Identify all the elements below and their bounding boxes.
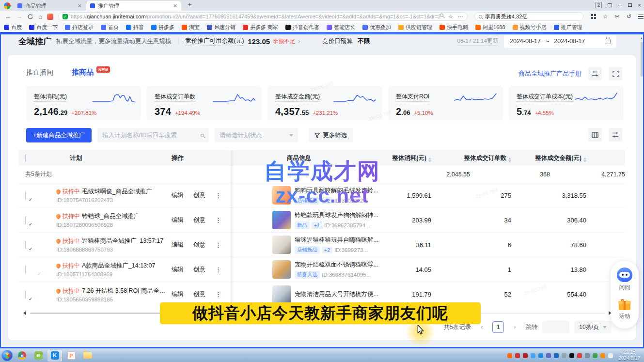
- product-name[interactable]: 猫咪逗猫棒猫玩具自嗨猫咪解...: [295, 236, 378, 243]
- bookmark-item[interactable]: 风速分销: [207, 24, 236, 31]
- tab-promotion-management[interactable]: 推广管理 ✕: [86, 1, 181, 11]
- bookmark-item[interactable]: 抖店登录: [65, 24, 94, 31]
- custom-metrics-button[interactable]: [609, 128, 622, 142]
- tab-push-product[interactable]: 推商品: [72, 68, 94, 77]
- product-tag-more[interactable]: +2: [322, 247, 332, 253]
- edit-button[interactable]: 编辑: [172, 216, 184, 224]
- date-range-picker[interactable]: 2024-08-17 ~ 2024-08-17: [504, 35, 616, 48]
- more-menu-icon[interactable]: ⋮: [215, 291, 221, 298]
- more-menu-icon[interactable]: ⋮: [215, 217, 221, 224]
- product-name[interactable]: 狗狗玩具耐咬解闷毛绒发声铃...: [295, 187, 378, 194]
- metric-settings-button[interactable]: [588, 67, 602, 80]
- zoom-icon[interactable]: [440, 14, 443, 17]
- tray-icon[interactable]: [507, 353, 512, 358]
- assistant-robot-icon[interactable]: [617, 268, 632, 282]
- row-checkbox[interactable]: [25, 266, 26, 274]
- screenshot-scissors-icon[interactable]: ✂: [615, 13, 620, 20]
- bookmark-item[interactable]: 百度一下: [29, 24, 58, 31]
- create-campaign-button[interactable]: +新建商品全域推广: [26, 128, 92, 142]
- extension-icon[interactable]: [47, 14, 53, 20]
- back-button[interactable]: ←: [5, 13, 11, 20]
- product-name[interactable]: 铃铛款玩具球发声狗狗解闷神...: [295, 212, 378, 219]
- product-tag-more[interactable]: +2: [322, 197, 332, 204]
- product-name[interactable]: 宠物清洁用品大号开结梳方便...: [295, 291, 378, 298]
- taskbar-office-icon[interactable]: P: [64, 350, 79, 362]
- bookmark-item[interactable]: 百度: [4, 24, 22, 31]
- next-page-button[interactable]: ›: [509, 321, 520, 333]
- product-tag-more[interactable]: +1: [312, 222, 322, 229]
- product-manual-link[interactable]: 商品全域推广产品手册: [518, 69, 581, 78]
- plan-name[interactable]: 逗猫棒商品全域推广_13:57:17: [82, 237, 163, 245]
- creative-button[interactable]: 创意: [193, 216, 205, 224]
- activity-label[interactable]: 活动: [619, 313, 630, 320]
- address-bar[interactable]: ✓ https://qianchuan.jinritemai.com/promo…: [58, 12, 468, 21]
- creative-button[interactable]: 创意: [193, 290, 205, 299]
- col-orders[interactable]: 整体成交订单数: [431, 154, 511, 162]
- bookmark-item[interactable]: 抖音创作者: [285, 24, 319, 31]
- tray-icon[interactable]: [585, 353, 590, 358]
- taskbar-clock[interactable]: 21:15 2024/8/17: [619, 349, 641, 362]
- bookmark-item[interactable]: 优惠叠加: [362, 24, 391, 31]
- tray-icon[interactable]: [593, 353, 597, 358]
- more-menu-icon[interactable]: ⋮: [215, 266, 221, 273]
- close-button[interactable]: ×: [638, 3, 641, 8]
- bookmark-star-icon[interactable]: ☆: [448, 14, 453, 20]
- column-settings-button[interactable]: [588, 128, 602, 142]
- forward-button[interactable]: →: [16, 13, 22, 20]
- plan-name[interactable]: 毛绒球啊俊_商品全域推广: [82, 188, 152, 196]
- history-undo-icon[interactable]: ↺: [627, 13, 631, 20]
- jump-page-input[interactable]: [542, 321, 569, 333]
- more-menu-icon[interactable]: ⋮: [215, 192, 221, 199]
- more-filters-button[interactable]: 更多筛选: [309, 128, 353, 142]
- more-actions-icon[interactable]: ⋯: [458, 14, 463, 20]
- plan-search-box[interactable]: [97, 128, 209, 142]
- tab-product-management[interactable]: 商品管理 ✕: [14, 1, 86, 11]
- taskbar-browser-icon[interactable]: e: [31, 350, 46, 362]
- scroll-left-icon[interactable]: [23, 311, 26, 315]
- tray-icon[interactable]: [562, 353, 566, 358]
- bookmark-item[interactable]: 抖音: [126, 24, 144, 31]
- status-filter-select[interactable]: 请筛选计划状态: [215, 128, 298, 142]
- tab-live-room[interactable]: 推直播间: [26, 68, 53, 77]
- plan-name[interactable]: 7.26 开结梳 3.58 ROI 商品全域...: [82, 287, 168, 295]
- tray-icon[interactable]: [531, 353, 535, 358]
- home-icon[interactable]: ⌂: [38, 13, 42, 20]
- tray-icon[interactable]: [523, 353, 528, 358]
- tray-icon[interactable]: [515, 353, 520, 358]
- plan-name[interactable]: A款商品全域推广_14:13:07: [82, 262, 155, 270]
- edit-button[interactable]: 编辑: [172, 241, 184, 249]
- start-button[interactable]: [1, 350, 13, 361]
- bookmark-item[interactable]: 供应链管理: [398, 24, 432, 31]
- gift-icon[interactable]: [618, 299, 631, 311]
- maximize-button[interactable]: [628, 3, 632, 7]
- page-size-select[interactable]: 10条/页: [574, 321, 612, 333]
- quick-search-input[interactable]: [485, 14, 579, 19]
- taskbar-chrome-icon[interactable]: [15, 350, 29, 362]
- profile-badge[interactable]: 2: [595, 2, 602, 8]
- bookmark-item[interactable]: 智能店长: [327, 24, 355, 31]
- bookmark-item[interactable]: 阿里1688: [475, 24, 505, 31]
- sort-icon[interactable]: [583, 157, 586, 162]
- tab-close-icon[interactable]: ✕: [78, 3, 82, 9]
- current-page[interactable]: 1: [492, 321, 504, 333]
- scroll-up-icon[interactable]: [641, 37, 643, 39]
- creative-button[interactable]: 创意: [193, 241, 205, 249]
- balance-chevron-icon[interactable]: ›: [298, 38, 300, 45]
- tray-icon[interactable]: [546, 353, 551, 358]
- more-menu-icon[interactable]: ⋮: [215, 241, 221, 249]
- edit-button[interactable]: 编辑: [172, 266, 184, 274]
- row-checkbox[interactable]: [25, 241, 26, 249]
- favorites-pin-icon[interactable]: ☆: [603, 13, 608, 20]
- bookmark-item[interactable]: 首页: [101, 24, 119, 31]
- edit-button[interactable]: 编辑: [172, 290, 184, 299]
- refresh-icon[interactable]: [27, 14, 33, 20]
- menu-icon[interactable]: [638, 15, 644, 19]
- apps-grid-icon[interactable]: [591, 14, 596, 19]
- tab-close-icon[interactable]: ✕: [173, 3, 177, 9]
- creative-button[interactable]: 创意: [193, 266, 205, 274]
- edit-button[interactable]: 编辑: [172, 191, 184, 200]
- col-gmv[interactable]: 整体成交金额(元): [511, 154, 586, 162]
- creative-button[interactable]: 创意: [193, 191, 205, 200]
- tray-icon[interactable]: [600, 353, 605, 358]
- row-checkbox[interactable]: [25, 290, 26, 299]
